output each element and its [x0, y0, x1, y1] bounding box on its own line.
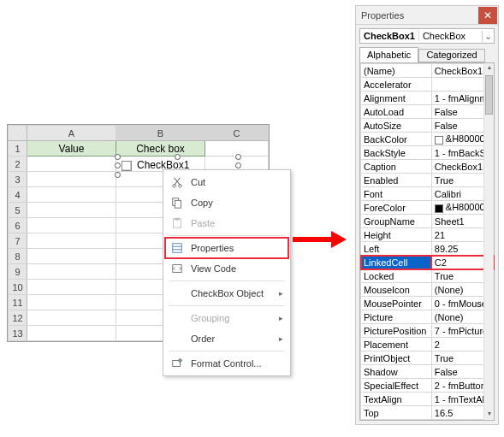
- row-header-7[interactable]: 7: [9, 233, 27, 249]
- property-name: Enabled: [361, 174, 432, 187]
- cell-b1[interactable]: Check box: [116, 141, 205, 156]
- property-row[interactable]: Picture(None): [361, 310, 494, 324]
- row-header-8[interactable]: 8: [9, 249, 27, 264]
- menu-view-code[interactable]: View Code: [165, 258, 288, 279]
- property-row[interactable]: Alignment1 - fmAlignm: [361, 92, 494, 105]
- menu-properties[interactable]: Properties: [165, 238, 288, 258]
- select-all-corner[interactable]: [9, 126, 27, 141]
- property-name: PicturePosition: [361, 324, 432, 338]
- property-row[interactable]: EnabledTrue: [361, 174, 494, 187]
- object-selector[interactable]: CheckBox1 CheckBox ⌄: [359, 28, 495, 44]
- property-row[interactable]: BackStyle1 - fmBackSt: [361, 146, 494, 160]
- property-row[interactable]: GroupNameSheet1: [361, 215, 494, 228]
- property-row[interactable]: BackColor&H80000: [361, 133, 494, 146]
- property-row[interactable]: MouseIcon(None): [361, 283, 494, 297]
- property-row[interactable]: LockedTrue: [361, 269, 494, 283]
- menu-grouping[interactable]: Grouping: [165, 308, 288, 328]
- checkbox-icon: [122, 161, 132, 171]
- property-row[interactable]: TextAlign1 - fmTextAl: [361, 393, 494, 406]
- property-name: Accelerator: [361, 78, 432, 92]
- row-header-11[interactable]: 11: [9, 295, 27, 310]
- row-header-4[interactable]: 4: [9, 187, 27, 203]
- property-name: ForeColor: [361, 201, 432, 215]
- cell-a1[interactable]: Value: [27, 141, 116, 156]
- row-header-5[interactable]: 5: [9, 203, 27, 218]
- property-name: Font: [361, 187, 432, 201]
- property-row[interactable]: Height21: [361, 228, 494, 242]
- property-name: MouseIcon: [361, 283, 432, 297]
- property-row[interactable]: Left89.25: [361, 242, 494, 256]
- menu-cut[interactable]: Cut: [165, 172, 288, 192]
- row-header-6[interactable]: 6: [9, 218, 27, 233]
- svg-point-11: [179, 359, 182, 363]
- row-header-12[interactable]: 12: [9, 310, 27, 326]
- menu-order[interactable]: Order: [165, 328, 288, 349]
- property-row[interactable]: Top16.5: [361, 406, 494, 420]
- cell-a2[interactable]: [27, 156, 116, 172]
- row-header-2[interactable]: 2: [9, 156, 27, 172]
- property-name: Top: [361, 406, 432, 420]
- menu-format-label: Format Control...: [186, 358, 283, 369]
- property-name: SpecialEffect: [361, 379, 432, 393]
- object-name: CheckBox1: [360, 31, 419, 41]
- row-header-3[interactable]: 3: [9, 172, 27, 187]
- svg-rect-3: [175, 200, 181, 208]
- property-name: (Name): [361, 64, 432, 78]
- scroll-thumb[interactable]: [485, 75, 493, 115]
- property-row[interactable]: SpecialEffect2 - fmButton: [361, 379, 494, 393]
- menu-grouping-label: Grouping: [186, 313, 279, 323]
- chevron-down-icon[interactable]: ⌄: [482, 31, 494, 42]
- menu-copy-label: Copy: [186, 198, 283, 208]
- context-menu: Cut Copy Paste Properties View Code Chec…: [163, 169, 291, 376]
- property-row[interactable]: Accelerator: [361, 78, 494, 92]
- tab-alphabetic[interactable]: Alphabetic: [359, 47, 418, 62]
- menu-paste[interactable]: Paste: [165, 213, 288, 233]
- property-row[interactable]: AutoSizeFalse: [361, 119, 494, 133]
- col-header-b[interactable]: B: [116, 126, 205, 141]
- property-row[interactable]: PicturePosition7 - fmPicture: [361, 324, 494, 338]
- property-row[interactable]: Placement2: [361, 338, 494, 351]
- properties-titlebar[interactable]: Properties ✕: [356, 6, 498, 25]
- property-name: Height: [361, 228, 432, 242]
- menu-copy[interactable]: Copy: [165, 192, 288, 213]
- close-button[interactable]: ✕: [478, 7, 497, 24]
- property-row[interactable]: ShadowFalse: [361, 365, 494, 379]
- property-row[interactable]: PrintObjectTrue: [361, 351, 494, 365]
- scroll-up-icon[interactable]: ▴: [484, 63, 494, 74]
- property-row[interactable]: AutoLoadFalse: [361, 105, 494, 119]
- tab-categorized[interactable]: Categorized: [418, 49, 484, 62]
- property-name: AutoLoad: [361, 105, 432, 119]
- property-tabs: Alphabetic Categorized: [359, 47, 495, 62]
- property-name: Picture: [361, 310, 432, 324]
- menu-checkbox-object[interactable]: CheckBox Object: [165, 283, 288, 304]
- property-name: Shadow: [361, 365, 432, 379]
- menu-cut-label: Cut: [186, 177, 283, 187]
- menu-paste-label: Paste: [186, 218, 283, 228]
- property-row[interactable]: CaptionCheckBox1: [361, 160, 494, 174]
- properties-icon: [169, 242, 186, 254]
- property-name: GroupName: [361, 215, 432, 228]
- svg-rect-5: [175, 218, 179, 221]
- property-row[interactable]: (Name)CheckBox1: [361, 64, 494, 78]
- scrollbar[interactable]: ▴ ▾: [483, 63, 494, 420]
- row-header-9[interactable]: 9: [9, 264, 27, 280]
- menu-cbobj-label: CheckBox Object: [186, 288, 279, 298]
- property-grid[interactable]: (Name)CheckBox1AcceleratorAlignment1 - f…: [360, 63, 494, 420]
- row-header-10[interactable]: 10: [9, 280, 27, 295]
- scroll-down-icon[interactable]: ▾: [484, 410, 494, 420]
- property-name: BackColor: [361, 133, 432, 146]
- property-row[interactable]: ForeColor&H80000: [361, 201, 494, 215]
- menu-format-control[interactable]: Format Control...: [165, 353, 288, 374]
- row-header-1[interactable]: 1: [9, 141, 27, 156]
- row-header-13[interactable]: 13: [9, 326, 27, 341]
- col-header-a[interactable]: A: [27, 126, 116, 141]
- property-row[interactable]: FontCalibri: [361, 187, 494, 201]
- property-name: TextAlign: [361, 393, 432, 406]
- property-row[interactable]: MousePointer0 - fmMouse: [361, 297, 494, 310]
- property-name: MousePointer: [361, 297, 432, 310]
- col-header-c[interactable]: C: [205, 126, 269, 141]
- property-name: PrintObject: [361, 351, 432, 365]
- property-name: Placement: [361, 338, 432, 351]
- paste-icon: [169, 217, 186, 229]
- property-row[interactable]: LinkedCellC2: [361, 256, 494, 269]
